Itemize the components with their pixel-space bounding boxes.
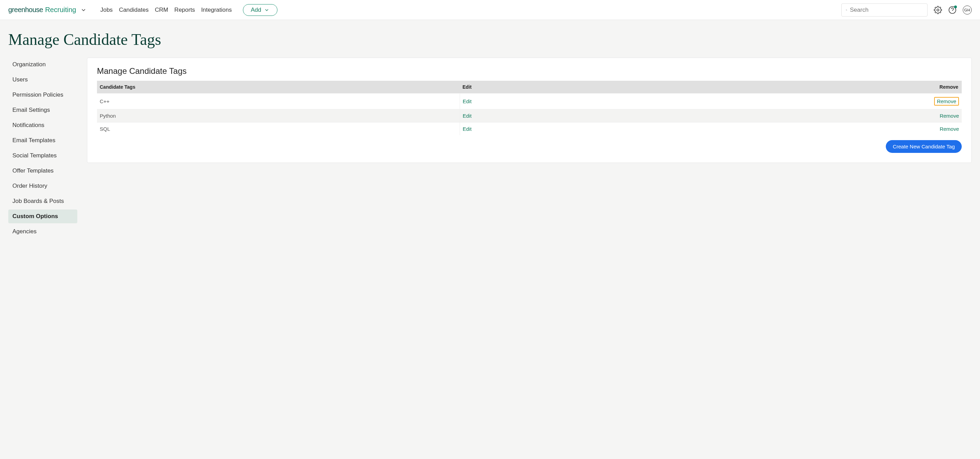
settings-sidebar: OrganizationUsersPermission PoliciesEmai…: [8, 57, 77, 240]
add-button-label: Add: [251, 6, 261, 13]
col-header-remove: Remove: [694, 81, 962, 94]
remove-link[interactable]: Remove: [940, 113, 959, 119]
tags-table: Candidate Tags Edit Remove C++EditRemove…: [97, 81, 962, 135]
notification-dot-icon: [954, 6, 957, 8]
topbar-right: GH: [841, 3, 972, 17]
highlight-outline: Remove: [934, 97, 959, 105]
col-header-name: Candidate Tags: [97, 81, 460, 94]
sidebar-item[interactable]: Organization: [8, 57, 77, 72]
nav-crm[interactable]: CRM: [155, 6, 169, 13]
sidebar-item[interactable]: Notifications: [8, 118, 77, 132]
table-row: SQLEditRemove: [97, 123, 962, 135]
table-row: C++EditRemove: [97, 94, 962, 109]
brand-product: Recruiting: [45, 6, 76, 14]
sidebar-item[interactable]: Permission Policies: [8, 88, 77, 102]
remove-cell: Remove: [694, 123, 962, 135]
sidebar-item[interactable]: Job Boards & Posts: [8, 194, 77, 208]
nav-integrations[interactable]: Integrations: [201, 6, 232, 13]
chevron-down-icon: [264, 7, 269, 13]
help-icon[interactable]: [948, 6, 956, 14]
tag-name-cell: Python: [97, 109, 460, 123]
main-panel: Manage Candidate Tags Candidate Tags Edi…: [87, 57, 972, 163]
remove-cell: Remove: [694, 109, 962, 123]
sidebar-item[interactable]: Email Settings: [8, 103, 77, 117]
sidebar-item[interactable]: Email Templates: [8, 134, 77, 147]
remove-link[interactable]: Remove: [937, 98, 956, 104]
panel-title: Manage Candidate Tags: [97, 66, 962, 76]
chevron-down-icon[interactable]: [80, 7, 87, 13]
create-tag-button[interactable]: Create New Candidate Tag: [886, 140, 962, 153]
edit-link[interactable]: Edit: [463, 98, 472, 104]
search-input[interactable]: [850, 6, 923, 13]
edit-cell: Edit: [460, 123, 694, 135]
tag-name-cell: C++: [97, 94, 460, 109]
avatar[interactable]: GH: [963, 6, 972, 14]
svg-point-0: [846, 9, 847, 10]
sidebar-item[interactable]: Order History: [8, 179, 77, 193]
table-row: PythonEditRemove: [97, 109, 962, 123]
svg-point-2: [937, 9, 939, 11]
avatar-initials: GH: [964, 8, 970, 12]
two-column-layout: OrganizationUsersPermission PoliciesEmai…: [8, 57, 972, 240]
nav-jobs[interactable]: Jobs: [100, 6, 113, 13]
sidebar-item[interactable]: Users: [8, 73, 77, 87]
brand-logo[interactable]: greenhouse Recruiting: [8, 6, 87, 14]
remove-link[interactable]: Remove: [940, 126, 959, 132]
tag-name-cell: SQL: [97, 123, 460, 135]
top-bar: greenhouse Recruiting Jobs Candidates CR…: [0, 0, 980, 20]
edit-cell: Edit: [460, 109, 694, 123]
primary-nav: Jobs Candidates CRM Reports Integrations…: [100, 4, 277, 16]
sidebar-item[interactable]: Offer Templates: [8, 164, 77, 178]
remove-cell: Remove: [694, 94, 962, 109]
sidebar-item[interactable]: Custom Options: [8, 209, 77, 223]
add-button[interactable]: Add: [243, 4, 277, 16]
gear-icon[interactable]: [934, 6, 942, 14]
nav-reports[interactable]: Reports: [174, 6, 195, 13]
page-body: Manage Candidate Tags OrganizationUsersP…: [0, 20, 980, 248]
svg-line-1: [847, 10, 847, 10]
sidebar-item[interactable]: Agencies: [8, 225, 77, 239]
edit-link[interactable]: Edit: [463, 126, 472, 132]
col-header-edit: Edit: [460, 81, 694, 94]
nav-candidates[interactable]: Candidates: [119, 6, 149, 13]
search-box[interactable]: [841, 3, 928, 17]
sidebar-item[interactable]: Social Templates: [8, 149, 77, 163]
edit-link[interactable]: Edit: [463, 113, 472, 119]
brand-word: greenhouse: [8, 6, 43, 14]
search-icon: [846, 6, 847, 13]
edit-cell: Edit: [460, 94, 694, 109]
page-title: Manage Candidate Tags: [8, 30, 972, 49]
